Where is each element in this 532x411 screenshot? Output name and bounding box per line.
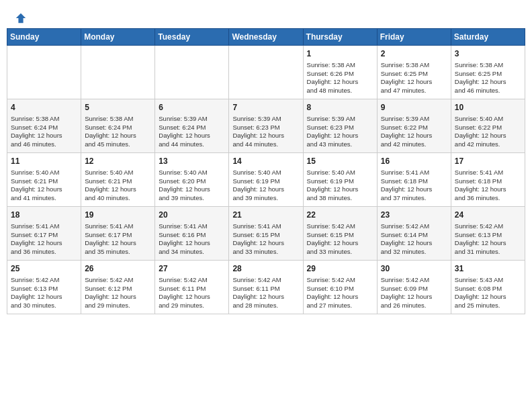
day-content-22: Sunrise: 5:42 AMSunset: 6:15 PMDaylight:… bbox=[307, 222, 373, 257]
day-content-27: Sunrise: 5:42 AMSunset: 6:11 PMDaylight:… bbox=[159, 276, 225, 310]
day-number-8: 8 bbox=[307, 102, 373, 113]
day-cell-17: 17Sunrise: 5:41 AMSunset: 6:18 PMDayligh… bbox=[451, 153, 525, 207]
weekday-wednesday: Wednesday bbox=[229, 29, 303, 46]
day-cell-12: 12Sunrise: 5:40 AMSunset: 6:21 PMDayligh… bbox=[81, 153, 155, 207]
svg-marker-0 bbox=[16, 13, 26, 23]
day-cell-6: 6Sunrise: 5:39 AMSunset: 6:24 PMDaylight… bbox=[155, 99, 229, 153]
day-content-3: Sunrise: 5:38 AMSunset: 6:25 PMDaylight:… bbox=[455, 61, 521, 95]
day-number-17: 17 bbox=[455, 156, 521, 167]
day-cell-9: 9Sunrise: 5:39 AMSunset: 6:22 PMDaylight… bbox=[377, 99, 451, 153]
weekday-friday: Friday bbox=[377, 29, 451, 46]
day-content-25: Sunrise: 5:42 AMSunset: 6:13 PMDaylight:… bbox=[11, 276, 77, 310]
day-number-30: 30 bbox=[381, 263, 447, 275]
day-number-23: 23 bbox=[381, 210, 447, 221]
day-content-10: Sunrise: 5:40 AMSunset: 6:22 PMDaylight:… bbox=[455, 115, 521, 149]
empty-cell bbox=[155, 46, 229, 99]
day-number-20: 20 bbox=[159, 210, 225, 221]
week-row-3: 11Sunrise: 5:40 AMSunset: 6:21 PMDayligh… bbox=[7, 153, 525, 207]
week-row-2: 4Sunrise: 5:38 AMSunset: 6:24 PMDaylight… bbox=[7, 99, 525, 153]
day-cell-1: 1Sunrise: 5:38 AMSunset: 6:26 PMDaylight… bbox=[303, 46, 377, 99]
day-number-12: 12 bbox=[85, 156, 151, 167]
empty-cell bbox=[7, 46, 81, 99]
day-content-30: Sunrise: 5:42 AMSunset: 6:09 PMDaylight:… bbox=[381, 276, 447, 310]
day-content-29: Sunrise: 5:42 AMSunset: 6:10 PMDaylight:… bbox=[307, 276, 373, 310]
day-cell-5: 5Sunrise: 5:38 AMSunset: 6:24 PMDaylight… bbox=[81, 99, 155, 153]
day-cell-14: 14Sunrise: 5:40 AMSunset: 6:19 PMDayligh… bbox=[229, 153, 303, 207]
day-content-13: Sunrise: 5:40 AMSunset: 6:20 PMDaylight:… bbox=[159, 169, 225, 203]
page-header bbox=[7, 7, 525, 24]
day-content-11: Sunrise: 5:40 AMSunset: 6:21 PMDaylight:… bbox=[11, 169, 77, 203]
day-content-20: Sunrise: 5:41 AMSunset: 6:16 PMDaylight:… bbox=[159, 222, 225, 257]
day-content-4: Sunrise: 5:38 AMSunset: 6:24 PMDaylight:… bbox=[11, 115, 77, 149]
day-number-29: 29 bbox=[307, 263, 373, 275]
day-number-19: 19 bbox=[85, 210, 151, 221]
week-row-5: 25Sunrise: 5:42 AMSunset: 6:13 PMDayligh… bbox=[7, 261, 525, 314]
day-cell-24: 24Sunrise: 5:42 AMSunset: 6:13 PMDayligh… bbox=[451, 207, 525, 261]
day-number-28: 28 bbox=[232, 263, 299, 275]
day-number-15: 15 bbox=[307, 156, 373, 167]
day-content-26: Sunrise: 5:42 AMSunset: 6:12 PMDaylight:… bbox=[85, 276, 151, 310]
day-content-7: Sunrise: 5:39 AMSunset: 6:23 PMDaylight:… bbox=[232, 115, 299, 149]
day-cell-2: 2Sunrise: 5:38 AMSunset: 6:25 PMDaylight… bbox=[377, 46, 451, 99]
day-cell-11: 11Sunrise: 5:40 AMSunset: 6:21 PMDayligh… bbox=[7, 153, 81, 207]
day-cell-30: 30Sunrise: 5:42 AMSunset: 6:09 PMDayligh… bbox=[377, 261, 451, 314]
weekday-thursday: Thursday bbox=[303, 29, 377, 46]
day-content-15: Sunrise: 5:40 AMSunset: 6:19 PMDaylight:… bbox=[307, 169, 373, 203]
week-row-1: 1Sunrise: 5:38 AMSunset: 6:26 PMDaylight… bbox=[7, 46, 525, 99]
day-cell-4: 4Sunrise: 5:38 AMSunset: 6:24 PMDaylight… bbox=[7, 99, 81, 153]
day-cell-18: 18Sunrise: 5:41 AMSunset: 6:17 PMDayligh… bbox=[7, 207, 81, 261]
day-number-26: 26 bbox=[85, 263, 151, 275]
day-number-31: 31 bbox=[455, 263, 521, 275]
day-content-31: Sunrise: 5:43 AMSunset: 6:08 PMDaylight:… bbox=[455, 276, 521, 310]
day-cell-19: 19Sunrise: 5:41 AMSunset: 6:17 PMDayligh… bbox=[81, 207, 155, 261]
day-content-16: Sunrise: 5:41 AMSunset: 6:18 PMDaylight:… bbox=[381, 169, 447, 203]
day-content-1: Sunrise: 5:38 AMSunset: 6:26 PMDaylight:… bbox=[307, 61, 373, 95]
day-number-21: 21 bbox=[232, 210, 299, 221]
day-content-8: Sunrise: 5:39 AMSunset: 6:23 PMDaylight:… bbox=[307, 115, 373, 149]
day-number-14: 14 bbox=[232, 156, 299, 167]
day-content-12: Sunrise: 5:40 AMSunset: 6:21 PMDaylight:… bbox=[85, 169, 151, 203]
day-cell-21: 21Sunrise: 5:41 AMSunset: 6:15 PMDayligh… bbox=[229, 207, 303, 261]
weekday-header-row: SundayMondayTuesdayWednesdayThursdayFrid… bbox=[7, 29, 525, 46]
weekday-sunday: Sunday bbox=[7, 29, 81, 46]
day-number-18: 18 bbox=[11, 210, 77, 221]
day-content-19: Sunrise: 5:41 AMSunset: 6:17 PMDaylight:… bbox=[85, 222, 151, 257]
day-content-17: Sunrise: 5:41 AMSunset: 6:18 PMDaylight:… bbox=[455, 169, 521, 203]
day-number-5: 5 bbox=[85, 102, 151, 113]
empty-cell bbox=[81, 46, 155, 99]
day-number-24: 24 bbox=[455, 210, 521, 221]
day-cell-23: 23Sunrise: 5:42 AMSunset: 6:14 PMDayligh… bbox=[377, 207, 451, 261]
day-content-28: Sunrise: 5:42 AMSunset: 6:11 PMDaylight:… bbox=[232, 276, 299, 310]
logo-icon bbox=[15, 12, 27, 24]
logo bbox=[13, 12, 27, 21]
day-cell-3: 3Sunrise: 5:38 AMSunset: 6:25 PMDaylight… bbox=[451, 46, 525, 99]
day-content-2: Sunrise: 5:38 AMSunset: 6:25 PMDaylight:… bbox=[381, 61, 447, 95]
day-cell-13: 13Sunrise: 5:40 AMSunset: 6:20 PMDayligh… bbox=[155, 153, 229, 207]
day-cell-16: 16Sunrise: 5:41 AMSunset: 6:18 PMDayligh… bbox=[377, 153, 451, 207]
day-number-3: 3 bbox=[455, 48, 521, 60]
day-number-2: 2 bbox=[381, 48, 447, 60]
day-number-9: 9 bbox=[381, 102, 447, 113]
day-cell-22: 22Sunrise: 5:42 AMSunset: 6:15 PMDayligh… bbox=[303, 207, 377, 261]
day-cell-15: 15Sunrise: 5:40 AMSunset: 6:19 PMDayligh… bbox=[303, 153, 377, 207]
day-number-6: 6 bbox=[159, 102, 225, 113]
day-number-7: 7 bbox=[232, 102, 299, 113]
day-content-14: Sunrise: 5:40 AMSunset: 6:19 PMDaylight:… bbox=[232, 169, 299, 203]
day-cell-25: 25Sunrise: 5:42 AMSunset: 6:13 PMDayligh… bbox=[7, 261, 81, 314]
day-content-23: Sunrise: 5:42 AMSunset: 6:14 PMDaylight:… bbox=[381, 222, 447, 257]
day-number-10: 10 bbox=[455, 102, 521, 113]
day-cell-8: 8Sunrise: 5:39 AMSunset: 6:23 PMDaylight… bbox=[303, 99, 377, 153]
day-cell-7: 7Sunrise: 5:39 AMSunset: 6:23 PMDaylight… bbox=[229, 99, 303, 153]
day-cell-27: 27Sunrise: 5:42 AMSunset: 6:11 PMDayligh… bbox=[155, 261, 229, 314]
day-content-9: Sunrise: 5:39 AMSunset: 6:22 PMDaylight:… bbox=[381, 115, 447, 149]
day-content-5: Sunrise: 5:38 AMSunset: 6:24 PMDaylight:… bbox=[85, 115, 151, 149]
day-cell-20: 20Sunrise: 5:41 AMSunset: 6:16 PMDayligh… bbox=[155, 207, 229, 261]
day-content-24: Sunrise: 5:42 AMSunset: 6:13 PMDaylight:… bbox=[455, 222, 521, 257]
day-cell-26: 26Sunrise: 5:42 AMSunset: 6:12 PMDayligh… bbox=[81, 261, 155, 314]
day-cell-29: 29Sunrise: 5:42 AMSunset: 6:10 PMDayligh… bbox=[303, 261, 377, 314]
weekday-saturday: Saturday bbox=[451, 29, 525, 46]
empty-cell bbox=[229, 46, 303, 99]
week-row-4: 18Sunrise: 5:41 AMSunset: 6:17 PMDayligh… bbox=[7, 207, 525, 261]
calendar: SundayMondayTuesdayWednesdayThursdayFrid… bbox=[7, 28, 525, 314]
day-number-27: 27 bbox=[159, 263, 225, 275]
